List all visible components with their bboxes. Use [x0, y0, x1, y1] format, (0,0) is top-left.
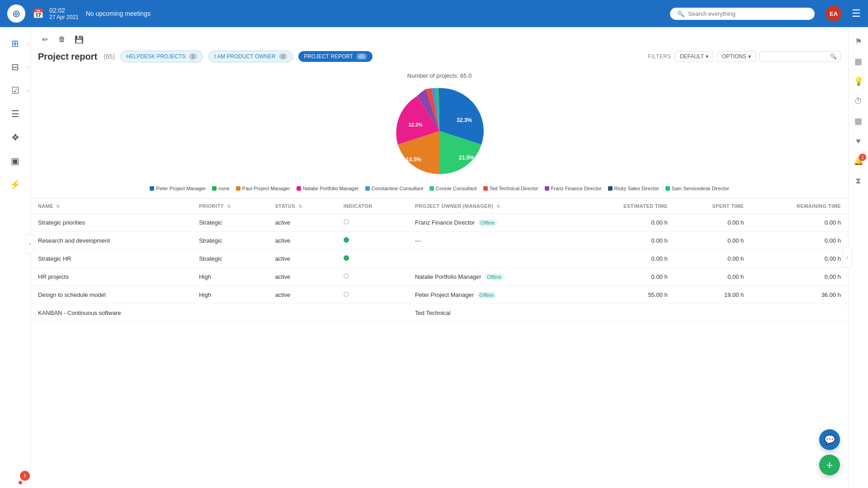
table-row[interactable]: Strategic priorities Strategic active Fr… — [31, 214, 848, 232]
sidebar-item-frame[interactable]: ▣ — [0, 149, 30, 173]
legend-label: Constantine Consultant — [372, 186, 423, 191]
table-row[interactable]: Design to schedule model High active Pet… — [31, 286, 848, 304]
sidebar-item-dashboard[interactable]: ⊞ › — [0, 32, 30, 55]
app-logo[interactable]: ◎ — [7, 5, 25, 23]
calendar-icon: 📅 — [33, 8, 44, 19]
legend-color-dot — [236, 186, 241, 191]
chevron-down-icon: ▾ — [706, 53, 708, 60]
rs-chart-bar[interactable]: ▦ — [849, 52, 868, 71]
sidebar-item-tasks[interactable]: ☑ › — [0, 79, 30, 102]
structure-icon: ⊟ — [11, 61, 19, 72]
search-input[interactable] — [688, 10, 807, 17]
legend-label: Sam Servicedesk Director — [672, 186, 729, 191]
chart-title: Number of projects: 65.0 — [40, 72, 839, 79]
sidebar-item-files[interactable]: ❖ — [0, 126, 30, 149]
top-header: ◎ 📅 02:02 27 Apr 2021 No upcoming meetin… — [0, 0, 868, 27]
dropbox-icon: ❖ — [11, 132, 19, 143]
cell-name: Research and development — [31, 232, 192, 250]
legend-label: Natalie Portfolio Manager — [303, 186, 359, 191]
cell-status: active — [268, 268, 336, 286]
rs-clock[interactable]: ⏱ — [849, 91, 868, 111]
cell-indicator — [336, 304, 408, 322]
legend-item: Natalie Portfolio Manager — [297, 186, 359, 191]
rs-flag[interactable]: ⚑ — [849, 32, 868, 52]
tab-product-owner[interactable]: I AM PRODUCT OWNER 0 — [208, 51, 293, 62]
rs-filter[interactable]: ⧗ — [849, 171, 868, 191]
filter-options-btn[interactable]: OPTIONS ▾ — [717, 51, 756, 62]
legend-label: Franz Finance Director — [551, 186, 602, 191]
cell-status: active — [268, 232, 336, 250]
sidebar-item-bolt[interactable]: ⚡ — [0, 173, 30, 196]
table-row[interactable]: Strategic HR Strategic active 0.00 h 0.0… — [31, 250, 848, 268]
chart-line-icon: ▦ — [854, 116, 862, 126]
legend-item: Peter Project Manager — [150, 186, 206, 191]
grid-icon: ⊞ — [11, 38, 19, 49]
rs-notification[interactable]: 🔔 1 — [849, 151, 868, 171]
global-search[interactable]: 🔍 — [670, 8, 815, 20]
sort-icon-status[interactable]: ⇅ — [298, 204, 302, 209]
legend-color-dot — [545, 186, 549, 191]
chat-fab-button[interactable]: 💬 — [819, 429, 840, 450]
table-search[interactable]: 🔍 — [760, 51, 841, 62]
sidebar-item-list[interactable]: ☰ — [0, 102, 30, 126]
col-spent: SPENT TIME — [675, 199, 751, 214]
status-green-indicator — [344, 255, 349, 261]
owner-status-badge: Offline — [477, 292, 496, 298]
flag-icon: ⚑ — [855, 37, 862, 47]
table-search-input[interactable] — [764, 53, 827, 60]
table-row[interactable]: Research and development Strategic activ… — [31, 232, 848, 250]
heart-icon: ♥ — [856, 136, 861, 146]
edit-button[interactable]: ✏ — [38, 33, 52, 46]
table-row[interactable]: HR projects High active Natalie Portfoli… — [31, 268, 848, 286]
bulb-icon: 💡 — [854, 76, 863, 86]
col-indicator: INDICATOR — [336, 199, 408, 214]
avatar[interactable]: EA — [826, 5, 842, 22]
time-info: 02:02 27 Apr 2021 — [49, 7, 79, 20]
notification-dot — [19, 481, 22, 484]
cell-name: KANBAN - Continuous software — [31, 304, 192, 322]
cell-spent: 0.00 h — [675, 268, 751, 286]
clock-icon: ⏱ — [854, 97, 863, 106]
cell-priority: High — [192, 286, 268, 304]
sort-icon-owner[interactable]: ⇅ — [496, 204, 500, 209]
filter-default-btn[interactable]: DEFAULT ▾ — [675, 51, 713, 62]
svg-text:18.5%: 18.5% — [406, 156, 421, 163]
pie-chart-container: 32.3% 21.5% 18.5% 12.3% — [40, 84, 839, 178]
owner-status-badge: Offline — [478, 220, 497, 226]
table-section: NAME ⇅ PRIORITY ⇅ STATUS ⇅ INDICATOR PRO… — [31, 198, 848, 331]
delete-button[interactable]: 🗑 — [55, 33, 69, 46]
sidebar-item-structure[interactable]: ⊟ › — [0, 55, 30, 79]
rs-bulb[interactable]: 💡 — [849, 71, 868, 91]
chart-bar-icon: ▦ — [854, 56, 862, 66]
sort-icon-priority[interactable]: ⇅ — [227, 204, 231, 209]
hamburger-menu[interactable]: ☰ — [852, 8, 861, 19]
right-sidebar-collapse-btn[interactable]: ‹ — [842, 248, 852, 267]
cell-remaining — [751, 304, 848, 322]
legend-color-dot — [150, 186, 154, 191]
left-sidebar-collapse-btn[interactable]: › — [25, 234, 34, 254]
sort-icon-name[interactable]: ⇅ — [56, 204, 60, 209]
rs-heart[interactable]: ♥ — [849, 131, 868, 151]
right-sidebar: ‹ ⚑ ▦ 💡 ⏱ ▦ ♥ 🔔 1 ⧗ — [848, 27, 868, 488]
tab-project-report[interactable]: PROJECT REPORT 65 — [298, 51, 373, 62]
cell-spent: 0.00 h — [675, 250, 751, 268]
cell-spent: 0.00 h — [675, 232, 751, 250]
cell-name: Strategic priorities — [31, 214, 192, 232]
cell-remaining: 0.00 h — [751, 268, 848, 286]
cell-estimated: 0.00 h — [578, 214, 675, 232]
save-button[interactable]: 💾 — [72, 33, 86, 46]
cell-owner: Ted Technical — [408, 304, 578, 322]
legend-label: Ted Technical Director — [490, 186, 538, 191]
rs-chart-line[interactable]: ▦ — [849, 111, 868, 131]
cell-indicator — [336, 214, 408, 232]
add-fab-button[interactable]: + — [819, 455, 840, 475]
options-label: OPTIONS — [722, 53, 746, 60]
cell-remaining: 36.00 h — [751, 286, 848, 304]
legend-color-dot — [608, 186, 613, 191]
cell-estimated: 0.00 h — [578, 232, 675, 250]
tab-helpdesk-projects[interactable]: HELPDESK PROJECTS 2 — [120, 51, 203, 62]
cell-spent: 0.00 h — [675, 214, 751, 232]
legend-item: Constantine Consultant — [365, 186, 423, 191]
cell-owner — [408, 250, 578, 268]
table-row[interactable]: KANBAN - Continuous software Ted Technic… — [31, 304, 848, 322]
